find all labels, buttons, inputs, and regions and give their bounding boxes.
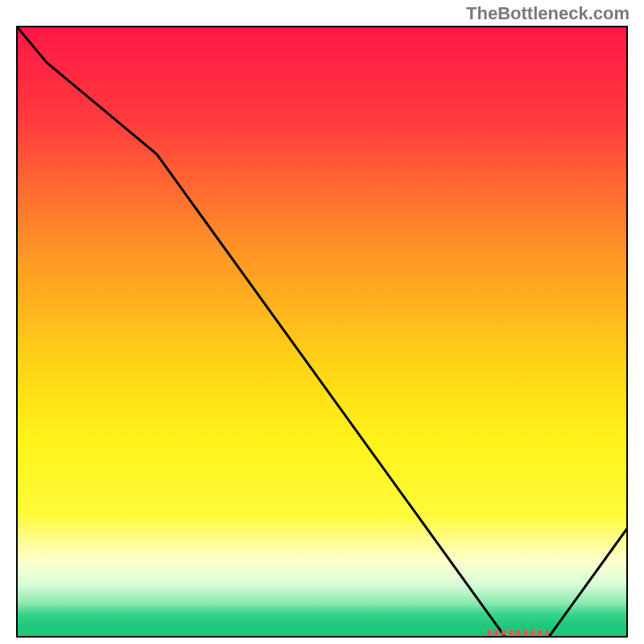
chart-container: TheBottleneck.com bbox=[0, 0, 644, 644]
chart-frame bbox=[16, 26, 628, 638]
chart-svg bbox=[16, 26, 628, 638]
gradient-bg bbox=[18, 27, 626, 636]
attribution-text: TheBottleneck.com bbox=[466, 3, 630, 24]
